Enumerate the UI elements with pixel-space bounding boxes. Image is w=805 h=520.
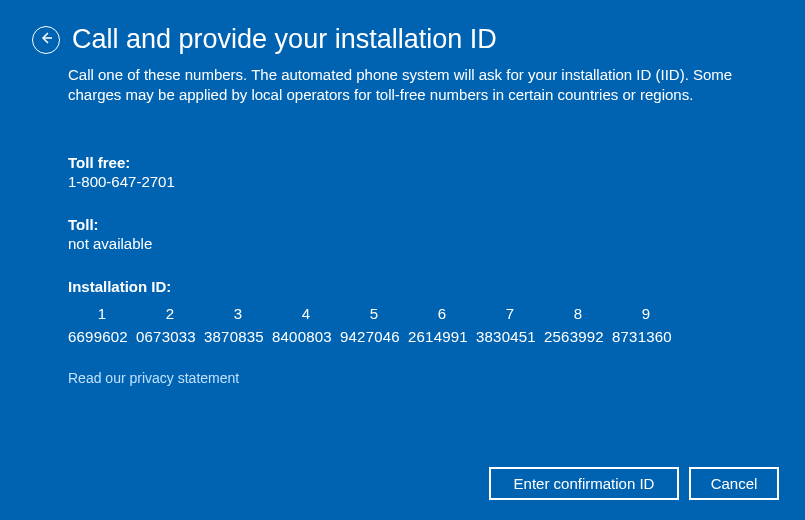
iid-col-header: 8 — [544, 305, 612, 328]
iid-col-header: 6 — [408, 305, 476, 328]
iid-group: 8731360 — [612, 328, 680, 345]
toll-value: not available — [68, 235, 737, 252]
iid-group: 2614991 — [408, 328, 476, 345]
iid-col-header: 1 — [68, 305, 136, 328]
iid-group: 6699602 — [68, 328, 136, 345]
toll-free-label: Toll free: — [68, 154, 737, 171]
iid-group: 2563992 — [544, 328, 612, 345]
installation-id-label: Installation ID: — [68, 278, 737, 295]
iid-col-header: 2 — [136, 305, 204, 328]
iid-group: 3870835 — [204, 328, 272, 345]
iid-group: 8400803 — [272, 328, 340, 345]
iid-group: 3830451 — [476, 328, 544, 345]
back-button[interactable] — [32, 26, 60, 54]
installation-id-section: Installation ID: 1 2 3 4 5 6 7 8 9 66996… — [68, 278, 737, 345]
iid-group: 9427046 — [340, 328, 408, 345]
iid-col-header: 9 — [612, 305, 680, 328]
cancel-button[interactable]: Cancel — [689, 467, 779, 500]
iid-col-header: 7 — [476, 305, 544, 328]
iid-col-header: 3 — [204, 305, 272, 328]
arrow-left-icon — [38, 30, 54, 50]
iid-col-header: 4 — [272, 305, 340, 328]
iid-header-row: 1 2 3 4 5 6 7 8 9 — [68, 305, 737, 328]
toll-free-value: 1-800-647-2701 — [68, 173, 737, 190]
toll-free-section: Toll free: 1-800-647-2701 — [68, 154, 737, 190]
toll-section: Toll: not available — [68, 216, 737, 252]
iid-group: 0673033 — [136, 328, 204, 345]
toll-label: Toll: — [68, 216, 737, 233]
page-title: Call and provide your installation ID — [72, 24, 497, 55]
description-text: Call one of these numbers. The automated… — [68, 65, 737, 106]
iid-col-header: 5 — [340, 305, 408, 328]
iid-data-row: 6699602 0673033 3870835 8400803 9427046 … — [68, 328, 737, 345]
enter-confirmation-id-button[interactable]: Enter confirmation ID — [489, 467, 679, 500]
privacy-statement-link[interactable]: Read our privacy statement — [68, 370, 239, 386]
